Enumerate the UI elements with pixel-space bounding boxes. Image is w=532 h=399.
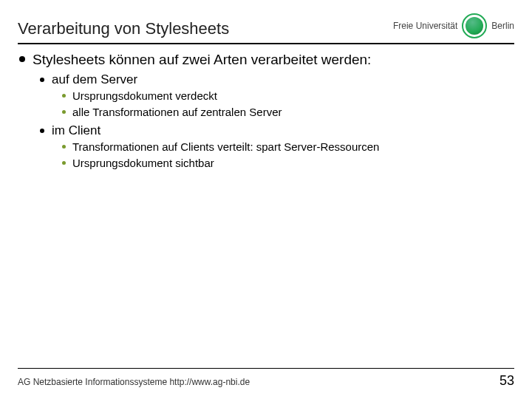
bullet-text: Ursprungsdokument sichtbar xyxy=(72,156,214,171)
header: Verarbeitung von Stylesheets Freie Unive… xyxy=(18,13,514,38)
bullet-level3: Ursprungsdokument sichtbar xyxy=(62,156,514,171)
footer-text: AG Netzbasierte Informationssysteme http… xyxy=(18,377,250,387)
bullet-text: Stylesheets können auf zwei Arten verarb… xyxy=(33,52,371,68)
footer-divider xyxy=(18,368,514,369)
bullet-icon xyxy=(40,78,44,82)
bullet-icon xyxy=(62,110,66,114)
slide: Verarbeitung von Stylesheets Freie Unive… xyxy=(0,0,532,399)
bullet-level2: im Client xyxy=(40,123,514,138)
bullet-level3: Transformationen auf Clients verteilt: s… xyxy=(62,140,514,154)
bullet-text: Ursprungsdokument verdeckt xyxy=(72,89,217,103)
bullet-text: Transformationen auf Clients verteilt: s… xyxy=(72,140,379,154)
logo-text-left: Freie Universität xyxy=(393,21,457,31)
bullet-icon xyxy=(62,161,66,165)
header-divider xyxy=(18,43,514,44)
bullet-level3: alle Transformationen auf zentralen Serv… xyxy=(62,105,514,120)
page-number: 53 xyxy=(499,373,514,389)
bullet-level1: Stylesheets können auf zwei Arten verarb… xyxy=(19,52,514,68)
bullet-icon xyxy=(62,145,66,149)
bullet-icon xyxy=(40,129,44,133)
bullet-icon xyxy=(62,94,66,98)
content: Stylesheets können auf zwei Arten verarb… xyxy=(18,52,514,171)
fu-berlin-seal-icon xyxy=(462,13,487,38)
slide-title: Verarbeitung von Stylesheets xyxy=(18,13,229,38)
logo-text-right: Berlin xyxy=(491,21,514,31)
bullet-level2: auf dem Server xyxy=(40,72,514,87)
bullet-level3: Ursprungsdokument verdeckt xyxy=(62,89,514,103)
footer: AG Netzbasierte Informationssysteme http… xyxy=(18,368,514,389)
footer-row: AG Netzbasierte Informationssysteme http… xyxy=(18,373,514,389)
bullet-text: auf dem Server xyxy=(52,72,137,87)
bullet-text: alle Transformationen auf zentralen Serv… xyxy=(72,105,282,120)
university-logo: Freie Universität Berlin xyxy=(393,13,514,38)
bullet-text: im Client xyxy=(52,123,100,138)
bullet-icon xyxy=(19,56,25,62)
